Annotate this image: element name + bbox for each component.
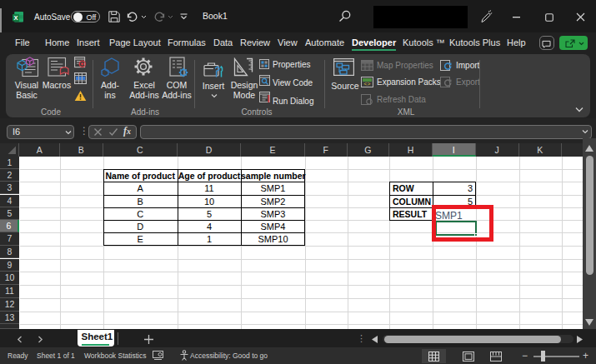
svg-text:X: X [13,14,18,22]
svg-text:<>: <> [364,82,371,87]
